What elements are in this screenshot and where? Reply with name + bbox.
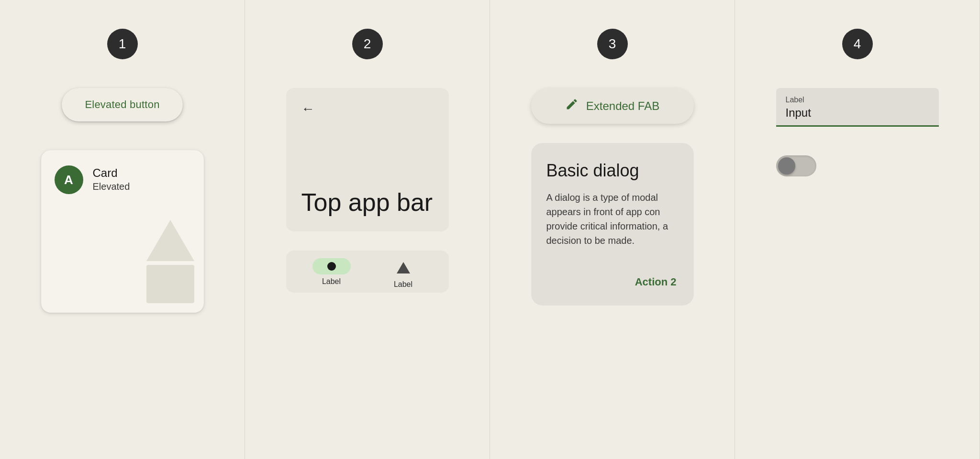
shape-rectangle-icon	[146, 265, 194, 303]
dialog-actions: Action 2	[546, 272, 679, 292]
dialog-action-2-button[interactable]: Action 2	[633, 272, 679, 292]
card-elevated: A Card Elevated	[41, 150, 204, 313]
card-shapes	[146, 220, 194, 303]
column-1: 1 Elevated button A Card Elevated	[0, 0, 245, 459]
badge-4: 4	[842, 29, 873, 59]
card-title: Card	[93, 166, 130, 180]
text-field-label: Label	[786, 96, 929, 104]
nav-item-2[interactable]: Label	[384, 258, 423, 289]
toggle-container	[776, 155, 939, 176]
top-app-bar-card: ← Top app bar	[286, 88, 449, 231]
nav-bar-items: Label Label	[296, 258, 439, 289]
text-field-input[interactable]	[786, 106, 929, 120]
extended-fab[interactable]: Extended FAB	[531, 88, 694, 124]
nav-item-indicator	[312, 258, 351, 274]
badge-2: 2	[352, 29, 383, 59]
column-4: 4 Label	[735, 0, 980, 459]
card-header: A Card Elevated	[55, 165, 190, 194]
card-text: Card Elevated	[93, 166, 130, 194]
nav-item-2-label: Label	[394, 280, 412, 289]
pencil-icon	[565, 98, 579, 114]
nav-item-1-label: Label	[322, 277, 341, 286]
elevated-button[interactable]: Elevated button	[62, 88, 182, 121]
nav-dot-icon	[327, 262, 336, 271]
text-field-wrapper: Label	[776, 88, 939, 125]
card-subtitle: Elevated	[93, 180, 130, 193]
back-arrow-icon[interactable]: ←	[301, 101, 434, 117]
dialog-card: Basic dialog A dialog is a type of modal…	[531, 143, 694, 306]
dialog-title: Basic dialog	[546, 160, 679, 181]
toggle-switch[interactable]	[776, 155, 816, 176]
top-app-bar-title: Top app bar	[301, 189, 434, 216]
nav-bar-card: Label Label	[286, 251, 449, 293]
shape-triangle-icon	[146, 220, 194, 261]
extended-fab-label: Extended FAB	[586, 99, 659, 113]
badge-3: 3	[597, 29, 628, 59]
nav-item-1[interactable]: Label	[312, 258, 351, 286]
text-field-container: Label	[776, 88, 939, 127]
dialog-body: A dialog is a type of modal appears in f…	[546, 190, 679, 262]
text-field-underline	[776, 125, 939, 127]
column-3: 3 Extended FAB Basic dialog A dialog is …	[490, 0, 735, 459]
card-avatar: A	[55, 165, 83, 194]
nav-triangle-icon	[397, 262, 410, 273]
toggle-thumb	[778, 157, 795, 175]
column-2: 2 ← Top app bar Label Label	[245, 0, 490, 459]
nav-item-2-indicator	[384, 258, 423, 277]
badge-1: 1	[107, 29, 138, 59]
